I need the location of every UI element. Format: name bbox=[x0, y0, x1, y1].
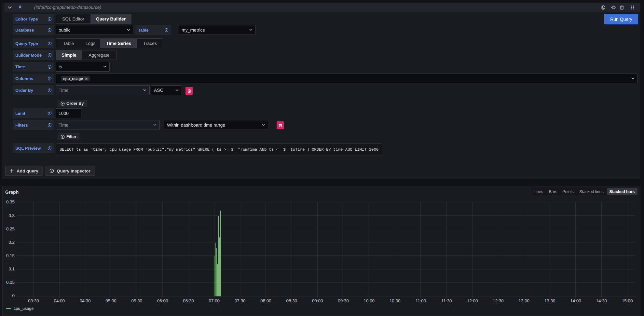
delete-query-trash-icon[interactable] bbox=[619, 5, 624, 10]
chevron-down-icon bbox=[127, 28, 130, 32]
order-by-label: Order By bbox=[13, 85, 54, 95]
bar-cpu_usage-07:07:30[interactable] bbox=[220, 211, 221, 296]
legend-series-dash bbox=[6, 308, 11, 309]
x-tick-label: 10:00 bbox=[356, 298, 382, 304]
x-tick-label: 04:00 bbox=[46, 298, 72, 304]
x-tick-label: 11:00 bbox=[408, 298, 434, 304]
segment-option-logs[interactable]: Logs bbox=[81, 39, 100, 48]
collapse-chevron-icon[interactable] bbox=[7, 5, 12, 10]
segment-option-time-series[interactable]: Time Series bbox=[100, 39, 137, 48]
bar-cpu_usage-07:01:15[interactable] bbox=[215, 243, 215, 296]
info-icon[interactable] bbox=[48, 111, 52, 116]
info-icon[interactable] bbox=[48, 123, 52, 127]
remove-order-by-button[interactable] bbox=[185, 87, 193, 95]
y-tick-label: 0.25 bbox=[3, 227, 15, 232]
info-icon[interactable] bbox=[48, 146, 52, 150]
graph-panel: Graph LinesBarsPointsStacked linesStacke… bbox=[2, 186, 640, 316]
info-icon[interactable] bbox=[48, 17, 52, 21]
sql-preview-label: SQL Preview bbox=[13, 143, 54, 153]
duplicate-query-icon[interactable] bbox=[601, 5, 606, 10]
order-by-column-select[interactable]: Time bbox=[56, 85, 150, 95]
sql-preview-box: SELECT ts as "time", cpu_usage FROM "pub… bbox=[56, 144, 382, 156]
info-icon[interactable] bbox=[48, 53, 52, 57]
info-icon[interactable] bbox=[164, 28, 169, 32]
add-query-button[interactable]: Add query bbox=[5, 166, 43, 176]
y-tick-label: 0.2 bbox=[3, 240, 15, 245]
query-inspector-button[interactable]: Query inspector bbox=[45, 166, 95, 176]
segment-option-table[interactable]: Table bbox=[56, 39, 81, 48]
x-tick-label: 10:30 bbox=[382, 298, 408, 304]
add-filter-button[interactable]: Filter bbox=[58, 133, 79, 140]
chevron-down-icon bbox=[249, 28, 253, 32]
editor-type-label: Editor Type bbox=[13, 14, 54, 24]
y-tick-label: 0.1 bbox=[3, 267, 15, 272]
bar-cpu_usage-07:02:30[interactable] bbox=[216, 248, 217, 296]
columns-multiselect[interactable]: cpu_usage bbox=[56, 74, 638, 83]
x-tick-label: 07:30 bbox=[227, 298, 253, 304]
x-tick-label: 08:00 bbox=[253, 298, 279, 304]
chart-legend[interactable]: cpu_usage bbox=[6, 306, 34, 311]
builder-mode-segmented: SimpleAggregate bbox=[56, 50, 116, 60]
info-icon[interactable] bbox=[48, 28, 52, 32]
segment-option-traces[interactable]: Traces bbox=[137, 39, 163, 48]
filter-condition-select[interactable]: Within dashboard time range bbox=[164, 120, 268, 130]
bar-cpu_usage-07:05:00[interactable] bbox=[218, 216, 219, 296]
bar-cpu_usage-07:03:45[interactable] bbox=[217, 264, 218, 296]
x-tick-label: 11:30 bbox=[433, 298, 459, 304]
drag-handle-icon[interactable] bbox=[630, 5, 635, 10]
chevron-down-icon bbox=[143, 88, 147, 92]
builder-mode-label: Builder Mode bbox=[13, 50, 54, 60]
query-ref-id[interactable]: A bbox=[19, 5, 22, 9]
x-tick-label: 09:00 bbox=[305, 298, 331, 304]
chevron-down-icon bbox=[153, 123, 157, 127]
filter-column-select[interactable]: Time bbox=[56, 120, 160, 130]
selected-column-tag[interactable]: cpu_usage bbox=[61, 76, 90, 81]
plus-icon bbox=[9, 169, 14, 173]
add-order-by-button[interactable]: Order By bbox=[58, 100, 87, 107]
time-series-chart[interactable] bbox=[2, 186, 640, 316]
editor-type-segmented: SQL EditorQuery Builder bbox=[56, 14, 131, 24]
x-tick-label: 14:00 bbox=[563, 298, 589, 304]
bar-cpu_usage-07:06:15[interactable] bbox=[219, 237, 220, 296]
segment-option-sql-editor[interactable]: SQL Editor bbox=[56, 14, 90, 23]
info-icon[interactable] bbox=[48, 88, 52, 92]
y-tick-label: 0 bbox=[3, 293, 15, 298]
limit-input[interactable]: 1000 bbox=[56, 108, 81, 118]
info-icon[interactable] bbox=[48, 65, 52, 69]
segment-option-aggregate[interactable]: Aggregate bbox=[82, 50, 116, 60]
info-icon[interactable] bbox=[48, 41, 52, 46]
x-tick-label: 13:00 bbox=[511, 298, 537, 304]
x-tick-label: 09:30 bbox=[330, 298, 356, 304]
table-label: Table bbox=[135, 25, 171, 35]
columns-label: Columns bbox=[13, 74, 54, 83]
x-tick-label: 12:30 bbox=[485, 298, 511, 304]
order-by-direction-select[interactable]: ASC bbox=[151, 85, 182, 95]
run-query-button[interactable]: Run Query bbox=[604, 14, 638, 24]
datasource-name: (info8fcc-greptimedb-datasource) bbox=[34, 5, 101, 10]
legend-series-label: cpu_usage bbox=[14, 306, 34, 311]
database-label: Database bbox=[13, 25, 54, 35]
query-type-segmented: TableLogsTime SeriesTraces bbox=[56, 38, 163, 48]
bar-cpu_usage-07:00:00[interactable] bbox=[214, 256, 214, 296]
x-tick-label: 04:30 bbox=[72, 298, 98, 304]
time-label: Time bbox=[13, 62, 54, 72]
remove-filter-button[interactable] bbox=[277, 121, 284, 129]
time-column-select[interactable]: ts bbox=[56, 62, 110, 72]
x-tick-label: 05:00 bbox=[98, 298, 124, 304]
x-tick-label: 03:30 bbox=[21, 298, 47, 304]
filters-label: Filters bbox=[13, 120, 54, 130]
x-tick-label: 15:00 bbox=[614, 298, 640, 304]
y-tick-label: 0.05 bbox=[3, 280, 15, 285]
remove-tag-icon[interactable] bbox=[85, 77, 88, 80]
segment-option-query-builder[interactable]: Query Builder bbox=[90, 14, 131, 23]
x-tick-label: 05:30 bbox=[124, 298, 150, 304]
database-select[interactable]: public bbox=[56, 25, 133, 35]
hide-query-eye-icon[interactable] bbox=[611, 5, 616, 10]
query-header[interactable]: A (info8fcc-greptimedb-datasource) bbox=[5, 3, 640, 12]
chevron-down-icon bbox=[103, 65, 107, 69]
segment-option-simple[interactable]: Simple bbox=[56, 50, 82, 60]
limit-label: Limit bbox=[13, 108, 54, 118]
info-icon[interactable] bbox=[48, 76, 52, 81]
x-tick-label: 06:00 bbox=[150, 298, 176, 304]
table-select[interactable]: my_metrics bbox=[179, 25, 256, 35]
